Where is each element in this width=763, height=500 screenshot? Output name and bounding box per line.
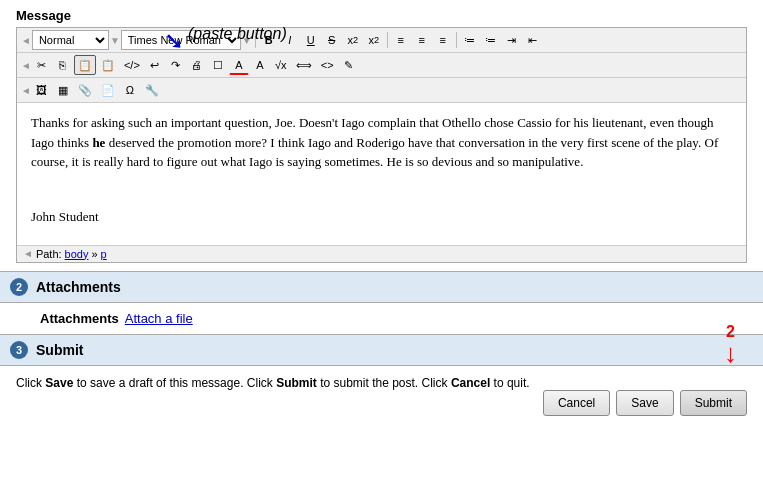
editor-paragraph-1: Thanks for asking such an important ques… xyxy=(31,113,732,172)
attach-file-link[interactable]: Attach a file xyxy=(125,311,193,326)
sep2 xyxy=(387,32,388,48)
print-button[interactable]: 🖨 xyxy=(187,55,207,75)
attachments-label: Attachments xyxy=(40,311,119,326)
sep3 xyxy=(456,32,457,48)
cut-button[interactable]: ✂ xyxy=(32,55,52,75)
insert-media-button[interactable]: 📄 xyxy=(97,80,119,100)
superscript-button[interactable]: x2 xyxy=(364,30,384,50)
path-label: Path: xyxy=(36,248,62,260)
submit-number: 3 xyxy=(10,341,28,359)
style-select[interactable]: Normal Heading 1 Heading 2 xyxy=(32,30,109,50)
toolbar-row-1: ◄ Normal Heading 1 Heading 2 ▼ Times New… xyxy=(17,28,746,53)
bold-text: he xyxy=(92,135,105,150)
message-section: Message ➘ (paste button) ◄ Normal Headin… xyxy=(0,0,763,271)
outdent-button[interactable]: ⇤ xyxy=(523,30,543,50)
copy-button[interactable]: ⎘ xyxy=(53,55,73,75)
annotation-2-wrapper: 2 ↓ Cancel Save Submit xyxy=(543,374,747,416)
message-content-wrapper: ➘ (paste button) ◄ Normal Heading 1 Head… xyxy=(16,27,747,263)
submit-title: Submit xyxy=(36,342,83,358)
align-left-button[interactable]: ≡ xyxy=(391,30,411,50)
submit-buttons: Cancel Save Submit xyxy=(543,374,747,416)
editor-paragraph-2 xyxy=(31,180,732,200)
toolbar-row-3: ◄ 🖼 ▦ 📎 📄 Ω 🔧 xyxy=(17,78,746,103)
path-body-link[interactable]: body xyxy=(65,248,89,260)
path-p-link[interactable]: p xyxy=(101,248,107,260)
toolbar-row2-collapse[interactable]: ◄ xyxy=(21,60,31,71)
insert-table-button[interactable]: ▦ xyxy=(53,80,73,100)
insert-image-button[interactable]: 🖼 xyxy=(32,80,52,100)
font-color-button[interactable]: A xyxy=(229,55,249,75)
unordered-list-button[interactable]: ≔ xyxy=(460,30,480,50)
cancel-button[interactable]: Cancel xyxy=(543,390,610,416)
toolbar-row3-collapse[interactable]: ◄ xyxy=(21,85,31,96)
toolbar-row-2: ◄ ✂ ⎘ 📋 📋 </> ↩ ↷ 🖨 ☐ A A √x ⟺ <> ✎ xyxy=(17,53,746,78)
save-button[interactable]: Save xyxy=(616,390,673,416)
path-collapse-icon[interactable]: ◄ xyxy=(23,248,33,259)
sep1 xyxy=(255,32,256,48)
submit-button[interactable]: Submit xyxy=(680,390,747,416)
attachments-body: Attachments Attach a file xyxy=(0,303,763,334)
attachments-title: Attachments xyxy=(36,279,121,295)
indent-button[interactable]: ⇥ xyxy=(502,30,522,50)
redo-button[interactable]: ↷ xyxy=(166,55,186,75)
editor-container: ◄ Normal Heading 1 Heading 2 ▼ Times New… xyxy=(16,27,747,263)
tools-button[interactable]: 🔧 xyxy=(141,80,163,100)
style-expand-icon[interactable]: ▼ xyxy=(110,35,120,46)
editor-signature: John Student xyxy=(31,207,732,227)
attachments-section-header: 2 Attachments xyxy=(0,271,763,303)
attachments-number: 2 xyxy=(10,278,28,296)
toolbar-collapse-icon[interactable]: ◄ xyxy=(21,35,31,46)
formula-button[interactable]: √x xyxy=(271,55,291,75)
underline-button[interactable]: U xyxy=(301,30,321,50)
message-label: Message xyxy=(16,8,747,23)
bold-button[interactable]: B xyxy=(259,30,279,50)
subscript-button[interactable]: x2 xyxy=(343,30,363,50)
page-wrapper: Message ➘ (paste button) ◄ Normal Headin… xyxy=(0,0,763,424)
font-select[interactable]: Times New Roman Arial Courier New xyxy=(121,30,241,50)
link-button[interactable]: ⟺ xyxy=(292,55,316,75)
italic-button[interactable]: I xyxy=(280,30,300,50)
editor-content-area[interactable]: Thanks for asking such an important ques… xyxy=(17,103,746,245)
paste-button[interactable]: 📋 xyxy=(74,55,96,75)
strikethrough-button[interactable]: S xyxy=(322,30,342,50)
align-center-button[interactable]: ≡ xyxy=(412,30,432,50)
edit-button[interactable]: ✎ xyxy=(339,55,359,75)
insert-file-button[interactable]: 📎 xyxy=(74,80,96,100)
source-button[interactable]: </> xyxy=(120,55,144,75)
ordered-list-button[interactable]: ≔ xyxy=(481,30,501,50)
spellcheck-button[interactable]: ☐ xyxy=(208,55,228,75)
embed-button[interactable]: <> xyxy=(317,55,338,75)
insert-special-button[interactable]: Ω xyxy=(120,80,140,100)
path-bar: ◄ Path: body » p xyxy=(17,245,746,262)
paste-text-button[interactable]: 📋 xyxy=(97,55,119,75)
submit-section-header: 3 Submit xyxy=(0,334,763,366)
font-expand-icon[interactable]: ▼ xyxy=(242,35,252,46)
submit-body: Click Save to save a draft of this messa… xyxy=(0,366,763,424)
path-separator: » xyxy=(91,248,97,260)
align-right-button[interactable]: ≡ xyxy=(433,30,453,50)
highlight-button[interactable]: A xyxy=(250,55,270,75)
submit-instructions: Click Save to save a draft of this messa… xyxy=(16,374,530,393)
undo-button[interactable]: ↩ xyxy=(145,55,165,75)
